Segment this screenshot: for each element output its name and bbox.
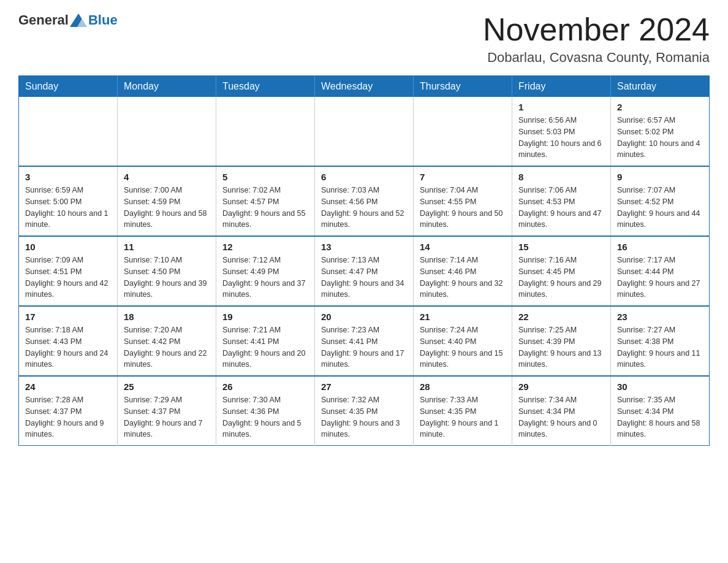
- calendar-cell: 26Sunrise: 7:30 AMSunset: 4:36 PMDayligh…: [216, 376, 315, 446]
- logo-icon: [69, 13, 88, 27]
- calendar-cell: 21Sunrise: 7:24 AMSunset: 4:40 PMDayligh…: [414, 306, 512, 376]
- calendar-cell: 12Sunrise: 7:12 AMSunset: 4:49 PMDayligh…: [216, 236, 315, 306]
- logo: General Blue: [18, 12, 118, 28]
- calendar-cell: 29Sunrise: 7:34 AMSunset: 4:34 PMDayligh…: [512, 376, 611, 446]
- day-number: 12: [222, 242, 308, 252]
- calendar-cell: 11Sunrise: 7:10 AMSunset: 4:50 PMDayligh…: [118, 236, 216, 306]
- weekday-header-sunday: Sunday: [19, 76, 118, 98]
- day-number: 22: [518, 312, 604, 322]
- day-info: Sunrise: 7:17 AMSunset: 4:44 PMDaylight:…: [617, 255, 703, 301]
- calendar-cell: 18Sunrise: 7:20 AMSunset: 4:42 PMDayligh…: [118, 306, 216, 376]
- day-info: Sunrise: 7:16 AMSunset: 4:45 PMDaylight:…: [518, 255, 604, 301]
- day-info: Sunrise: 7:07 AMSunset: 4:52 PMDaylight:…: [617, 185, 703, 231]
- day-info: Sunrise: 6:56 AMSunset: 5:03 PMDaylight:…: [518, 115, 604, 161]
- day-info: Sunrise: 7:27 AMSunset: 4:38 PMDaylight:…: [617, 324, 703, 370]
- day-number: 23: [617, 312, 703, 322]
- day-info: Sunrise: 7:21 AMSunset: 4:41 PMDaylight:…: [222, 324, 308, 370]
- calendar-cell: [19, 97, 118, 166]
- week-row-5: 24Sunrise: 7:28 AMSunset: 4:37 PMDayligh…: [19, 376, 710, 446]
- title-area: November 2024 Dobarlau, Covasna County, …: [483, 12, 710, 66]
- calendar-cell: 13Sunrise: 7:13 AMSunset: 4:47 PMDayligh…: [315, 236, 414, 306]
- day-number: 25: [124, 381, 210, 392]
- weekday-header-thursday: Thursday: [414, 76, 512, 98]
- calendar-cell: 30Sunrise: 7:35 AMSunset: 4:34 PMDayligh…: [611, 376, 710, 446]
- day-number: 11: [124, 242, 210, 252]
- day-number: 13: [321, 242, 407, 252]
- day-number: 20: [321, 312, 407, 322]
- calendar-cell: [216, 97, 315, 166]
- calendar-cell: [315, 97, 414, 166]
- subtitle: Dobarlau, Covasna County, Romania: [483, 50, 710, 66]
- week-row-3: 10Sunrise: 7:09 AMSunset: 4:51 PMDayligh…: [19, 236, 710, 306]
- day-number: 19: [222, 312, 308, 322]
- calendar-cell: 8Sunrise: 7:06 AMSunset: 4:53 PMDaylight…: [512, 166, 611, 236]
- day-info: Sunrise: 7:13 AMSunset: 4:47 PMDaylight:…: [321, 255, 407, 301]
- calendar-cell: 7Sunrise: 7:04 AMSunset: 4:55 PMDaylight…: [414, 166, 512, 236]
- calendar-cell: 16Sunrise: 7:17 AMSunset: 4:44 PMDayligh…: [611, 236, 710, 306]
- weekday-header-wednesday: Wednesday: [315, 76, 414, 98]
- day-number: 24: [25, 381, 111, 392]
- calendar-cell: 6Sunrise: 7:03 AMSunset: 4:56 PMDaylight…: [315, 166, 414, 236]
- day-number: 30: [617, 381, 703, 392]
- day-info: Sunrise: 6:59 AMSunset: 5:00 PMDaylight:…: [25, 185, 111, 231]
- day-info: Sunrise: 7:35 AMSunset: 4:34 PMDaylight:…: [617, 394, 703, 440]
- day-info: Sunrise: 7:06 AMSunset: 4:53 PMDaylight:…: [518, 185, 604, 231]
- weekday-header-friday: Friday: [512, 76, 611, 98]
- calendar-cell: 27Sunrise: 7:32 AMSunset: 4:35 PMDayligh…: [315, 376, 414, 446]
- week-row-2: 3Sunrise: 6:59 AMSunset: 5:00 PMDaylight…: [19, 166, 710, 236]
- calendar-cell: [414, 97, 512, 166]
- day-number: 9: [617, 172, 703, 182]
- day-number: 4: [124, 172, 210, 182]
- header: General Blue November 2024 Dobarlau, Cov…: [18, 12, 710, 66]
- calendar-cell: 14Sunrise: 7:14 AMSunset: 4:46 PMDayligh…: [414, 236, 512, 306]
- calendar-cell: 5Sunrise: 7:02 AMSunset: 4:57 PMDaylight…: [216, 166, 315, 236]
- day-info: Sunrise: 7:04 AMSunset: 4:55 PMDaylight:…: [420, 185, 506, 231]
- weekday-header-saturday: Saturday: [611, 76, 710, 98]
- day-number: 6: [321, 172, 407, 182]
- day-number: 18: [124, 312, 210, 322]
- page-title: November 2024: [483, 12, 710, 47]
- calendar-cell: 3Sunrise: 6:59 AMSunset: 5:00 PMDaylight…: [19, 166, 118, 236]
- day-info: Sunrise: 7:24 AMSunset: 4:40 PMDaylight:…: [420, 324, 506, 370]
- day-info: Sunrise: 7:28 AMSunset: 4:37 PMDaylight:…: [25, 394, 111, 440]
- day-info: Sunrise: 7:34 AMSunset: 4:34 PMDaylight:…: [518, 394, 604, 440]
- calendar-cell: 9Sunrise: 7:07 AMSunset: 4:52 PMDaylight…: [611, 166, 710, 236]
- day-number: 10: [25, 242, 111, 252]
- calendar-cell: 17Sunrise: 7:18 AMSunset: 4:43 PMDayligh…: [19, 306, 118, 376]
- day-info: Sunrise: 7:00 AMSunset: 4:59 PMDaylight:…: [124, 185, 210, 231]
- calendar-cell: 23Sunrise: 7:27 AMSunset: 4:38 PMDayligh…: [611, 306, 710, 376]
- day-number: 21: [420, 312, 506, 322]
- week-row-1: 1Sunrise: 6:56 AMSunset: 5:03 PMDaylight…: [19, 97, 710, 166]
- day-info: Sunrise: 7:10 AMSunset: 4:50 PMDaylight:…: [124, 255, 210, 301]
- calendar-cell: [118, 97, 216, 166]
- day-number: 27: [321, 381, 407, 392]
- calendar-cell: 1Sunrise: 6:56 AMSunset: 5:03 PMDaylight…: [512, 97, 611, 166]
- day-info: Sunrise: 7:32 AMSunset: 4:35 PMDaylight:…: [321, 394, 407, 440]
- day-number: 26: [222, 381, 308, 392]
- day-number: 28: [420, 381, 506, 392]
- week-row-4: 17Sunrise: 7:18 AMSunset: 4:43 PMDayligh…: [19, 306, 710, 376]
- calendar-cell: 2Sunrise: 6:57 AMSunset: 5:02 PMDaylight…: [611, 97, 710, 166]
- day-info: Sunrise: 7:12 AMSunset: 4:49 PMDaylight:…: [222, 255, 308, 301]
- calendar-cell: 25Sunrise: 7:29 AMSunset: 4:37 PMDayligh…: [118, 376, 216, 446]
- calendar-cell: 24Sunrise: 7:28 AMSunset: 4:37 PMDayligh…: [19, 376, 118, 446]
- day-info: Sunrise: 7:18 AMSunset: 4:43 PMDaylight:…: [25, 324, 111, 370]
- logo-general-text: General: [18, 12, 69, 28]
- weekday-header-tuesday: Tuesday: [216, 76, 315, 98]
- calendar-cell: 22Sunrise: 7:25 AMSunset: 4:39 PMDayligh…: [512, 306, 611, 376]
- day-number: 14: [420, 242, 506, 252]
- weekday-header-monday: Monday: [118, 76, 216, 98]
- calendar-cell: 10Sunrise: 7:09 AMSunset: 4:51 PMDayligh…: [19, 236, 118, 306]
- day-number: 7: [420, 172, 506, 182]
- day-info: Sunrise: 7:03 AMSunset: 4:56 PMDaylight:…: [321, 185, 407, 231]
- day-number: 16: [617, 242, 703, 252]
- calendar-cell: 4Sunrise: 7:00 AMSunset: 4:59 PMDaylight…: [118, 166, 216, 236]
- calendar-cell: 28Sunrise: 7:33 AMSunset: 4:35 PMDayligh…: [414, 376, 512, 446]
- day-info: Sunrise: 7:14 AMSunset: 4:46 PMDaylight:…: [420, 255, 506, 301]
- day-info: Sunrise: 7:23 AMSunset: 4:41 PMDaylight:…: [321, 324, 407, 370]
- day-number: 1: [518, 102, 604, 112]
- day-number: 29: [518, 381, 604, 392]
- day-info: Sunrise: 7:30 AMSunset: 4:36 PMDaylight:…: [222, 394, 308, 440]
- day-number: 3: [25, 172, 111, 182]
- day-info: Sunrise: 7:20 AMSunset: 4:42 PMDaylight:…: [124, 324, 210, 370]
